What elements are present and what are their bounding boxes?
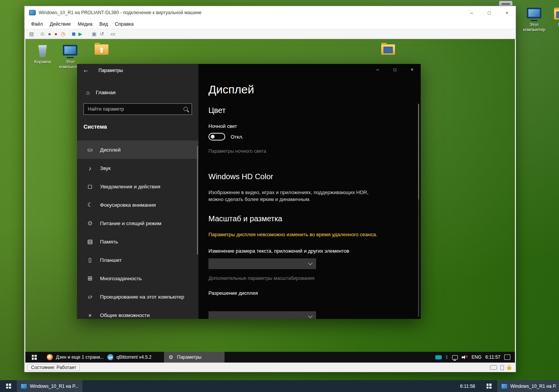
desktop-icon-label: Этот компьютер xyxy=(522,22,546,32)
vm-clock[interactable]: 6:11:57 xyxy=(485,354,500,360)
shut-down-icon[interactable]: ● xyxy=(54,31,57,36)
sidebar-scrollbar[interactable] xyxy=(197,146,198,255)
hyperv-window-icon xyxy=(29,10,36,15)
sound-icon: ♪ xyxy=(86,165,94,172)
maximize-button[interactable]: □ xyxy=(480,6,498,19)
desktop-icon-this-pc[interactable]: Этот компьютер xyxy=(522,7,546,32)
screen-glyph xyxy=(64,46,76,54)
sidebar-item-focus[interactable]: ☾Фокусировка внимания xyxy=(77,196,198,214)
host-task-vmconnect-secondary[interactable]: Windows_10_R1 на P. xyxy=(497,380,559,392)
enhanced-session-icon[interactable]: ▭ xyxy=(111,31,115,36)
task-browser[interactable]: Дзен и еще 1 страни... xyxy=(43,352,103,363)
windows-logo-icon xyxy=(487,384,492,389)
host-clock[interactable]: 6:11:58 xyxy=(460,380,475,392)
close-button[interactable]: × xyxy=(498,6,516,19)
desktop-icon-media-folder[interactable] xyxy=(376,42,400,57)
task-settings[interactable]: ⚙Параметры xyxy=(164,352,225,363)
minimize-button[interactable]: – xyxy=(369,64,386,75)
host-secondary-start-button[interactable] xyxy=(480,380,497,392)
task-qbittorrent[interactable]: qbqBittorrent v4.5.2 xyxy=(103,352,164,363)
scrollbar-thumb[interactable] xyxy=(418,104,419,199)
scale-dropdown[interactable] xyxy=(208,258,316,269)
menu-Файл[interactable]: Файл xyxy=(28,21,46,27)
search-box xyxy=(84,103,192,115)
turn-off-icon[interactable]: ● xyxy=(48,31,51,36)
night-light-toggle[interactable] xyxy=(208,133,225,140)
night-light-row: Откл. xyxy=(208,133,243,140)
mute-cross-icon: × xyxy=(466,354,468,359)
bluetooth-icon[interactable]: ᛒ xyxy=(446,355,448,359)
minimize-button[interactable]: – xyxy=(463,6,480,19)
close-button[interactable]: × xyxy=(403,64,421,75)
content-scrollbar[interactable] xyxy=(418,104,419,317)
sidebar-item-notifications[interactable]: ◻Уведомления и действия xyxy=(77,177,198,196)
resolution-dropdown[interactable] xyxy=(208,311,316,319)
sidebar-item-label: Проецирование на этот компьютер xyxy=(100,294,184,300)
home-label: Главная xyxy=(96,90,115,95)
back-button[interactable]: ← xyxy=(79,65,92,75)
pause-icon[interactable]: ▮▮ xyxy=(72,32,75,36)
sidebar-item-label: Фокусировка внимания xyxy=(100,202,156,208)
host-start-button[interactable] xyxy=(0,380,17,392)
search-input[interactable] xyxy=(84,104,192,114)
checkpoint-icon[interactable]: ▣ xyxy=(92,31,96,36)
chevron-down-icon xyxy=(308,314,312,318)
menu-Действие[interactable]: Действие xyxy=(46,21,74,27)
desktop-icon-recycle-bin[interactable]: Корзина xyxy=(30,44,55,64)
host-desktop: Этот компьютерRo Windows_10_R1 на PROLIA… xyxy=(0,0,559,392)
ctrl-alt-del-icon[interactable]: ▤ xyxy=(29,31,34,36)
taskbar-item-label: qBittorrent v4.5.2 xyxy=(116,354,151,360)
person-glyph xyxy=(100,47,103,51)
search-icon[interactable] xyxy=(184,107,188,111)
menu-Медиа[interactable]: Медиа xyxy=(74,21,96,27)
userfolder-icon xyxy=(89,42,114,57)
tray-app-icon[interactable] xyxy=(435,355,442,359)
lock-status-icon xyxy=(507,367,511,370)
maximize-button[interactable]: □ xyxy=(386,64,403,75)
desktop-icon-user-folder[interactable] xyxy=(89,42,114,57)
vm-taskbar-items: Дзен и еще 1 страни...qbqBittorrent v4.5… xyxy=(43,352,225,363)
sidebar-item-label: Общие возможности xyxy=(100,312,150,318)
host-task-vmconnect[interactable]: Windows_10_R1 на P... xyxy=(17,380,82,392)
sidebar-item-multitasking[interactable]: ⊞Многозадачность xyxy=(77,269,198,287)
hyperv-task-icon xyxy=(501,384,508,389)
sidebar-item-power[interactable]: ⊙Питание и спящий режим xyxy=(77,214,198,232)
sidebar-item-shared[interactable]: ×Общие возможности xyxy=(77,306,198,319)
start-icon[interactable]: ⊙ xyxy=(40,31,44,36)
vm-taskbar: Дзен и еще 1 страни...qbqBittorrent v4.5… xyxy=(25,352,515,363)
home-icon: ⌂ xyxy=(86,89,90,96)
gear-icon: ⚙ xyxy=(168,354,174,360)
night-light-settings-link[interactable]: Параметры ночного света xyxy=(208,149,266,154)
display-tray-icon[interactable] xyxy=(452,355,458,359)
chevron-down-icon xyxy=(308,261,312,265)
sidebar-item-storage[interactable]: ▤Память xyxy=(77,232,198,251)
desktop-icon-clipped-icon[interactable]: Ro xyxy=(549,7,559,27)
sidebar-item-home[interactable]: ⌂ Главная xyxy=(77,85,198,99)
revert-icon[interactable]: ↺ xyxy=(100,31,104,36)
tablet-icon: ▯ xyxy=(86,256,94,263)
advanced-scaling-link[interactable]: Дополнительные параметры масштабирования xyxy=(208,276,315,281)
save-icon[interactable]: ◷ xyxy=(61,31,65,36)
toggle-knob xyxy=(211,135,215,139)
sidebar-item-projecting[interactable]: ▱Проецирование на этот компьютер xyxy=(77,287,198,306)
windows-logo-icon xyxy=(32,355,37,360)
sidebar-item-tablet[interactable]: ▯Планшет xyxy=(77,251,198,269)
start-button[interactable] xyxy=(25,352,43,363)
language-indicator[interactable]: ENG xyxy=(472,354,482,360)
display-icon: ▭ xyxy=(86,146,94,153)
menu-Вид[interactable]: Вид xyxy=(96,21,111,27)
action-center-icon[interactable] xyxy=(504,354,510,360)
qb-icon: qb xyxy=(107,354,113,360)
folder-icon xyxy=(549,7,559,21)
status-bar-icons xyxy=(490,365,511,370)
settings-app-title: Параметры xyxy=(98,68,123,73)
vm-screen: КорзинаЭтот компьютер ← Параметры ⌂ Глав… xyxy=(25,39,515,363)
sidebar-item-display[interactable]: ▭Дисплей xyxy=(77,140,198,159)
volume-muted-icon[interactable]: × xyxy=(462,355,468,359)
vm-window-titlebar[interactable]: Windows_10_R1 на PROLIANT-DL380 - подклю… xyxy=(25,6,516,19)
night-light-label: Ночной свет xyxy=(208,123,237,129)
sidebar-item-sound[interactable]: ♪Звук xyxy=(77,159,198,177)
vm-window-controls: – □ × xyxy=(463,6,516,19)
menu-Справка[interactable]: Справка xyxy=(111,21,137,27)
resume-icon[interactable]: ▶ xyxy=(78,31,82,36)
